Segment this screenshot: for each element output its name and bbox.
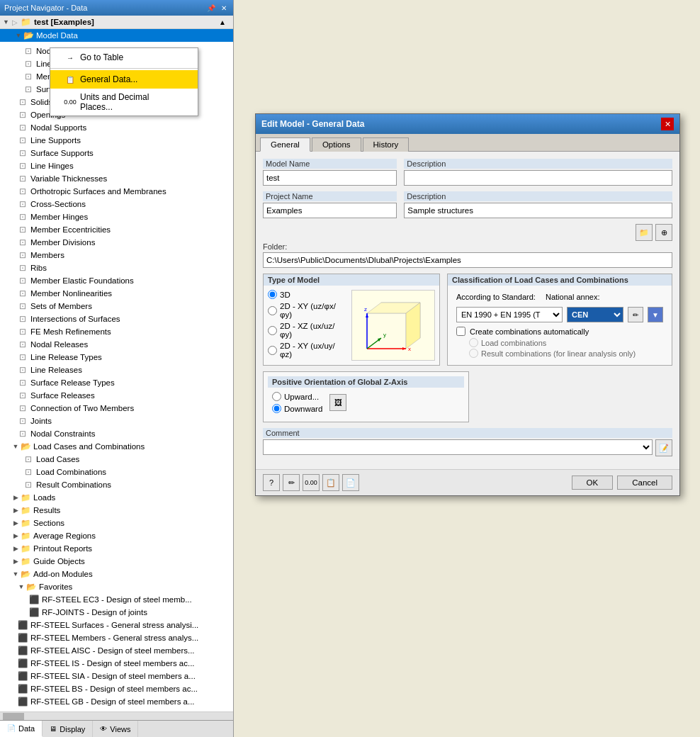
dialog-tab-options[interactable]: Options [312, 137, 361, 152]
tree-item-nodal-constraints[interactable]: ⊡ Nodal Constraints [0, 427, 233, 440]
tree-rf-steel-ec3[interactable]: ⬛ RF-STEEL EC3 - Design of steel memb... [0, 593, 233, 606]
tree-item-joints[interactable]: ⊡ Joints [0, 415, 233, 427]
scrollbar-thumb[interactable] [3, 713, 24, 720]
tree-item-line-supports[interactable]: ⊡ Line Supports [0, 134, 233, 147]
radio-upward-input[interactable] [272, 392, 281, 401]
tree-item-load-cases[interactable]: ⊡ Load Cases [0, 453, 233, 466]
radio-downward[interactable]: Downward [272, 404, 322, 413]
average-regions-toggle[interactable]: ▶ [11, 531, 20, 540]
tree-rf-steel-aisc[interactable]: ⬛ RF-STEEL AISC - Design of steel member… [0, 644, 233, 657]
radio-2d-xy2-input[interactable] [268, 346, 277, 355]
tree-load-cases-combinations[interactable]: ▼ 📂 Load Cases and Combinations [0, 440, 233, 453]
tree-item-nodal-releases[interactable]: ⊡ Nodal Releases [0, 338, 233, 351]
tree-sections[interactable]: ▶ 📁 Sections [0, 517, 233, 529]
pin-button[interactable]: 📌 [206, 3, 216, 13]
tree-rf-steel-surfaces[interactable]: ⬛ RF-STEEL Surfaces - General stress ana… [0, 619, 233, 631]
tree-loads[interactable]: ▶ 📁 Loads [0, 491, 233, 504]
radio-2d-xy1-input[interactable] [268, 306, 277, 315]
tree-average-regions[interactable]: ▶ 📁 Average Regions [0, 529, 233, 542]
tree-guide-objects[interactable]: ▶ 📁 Guide Objects [0, 555, 233, 568]
decimal-button[interactable]: 0.00 [303, 474, 320, 491]
standard-select[interactable]: EN 1990 + EN 1995 (T [456, 307, 563, 322]
model-data-toggle[interactable]: ▼ [14, 31, 23, 40]
root-label[interactable]: test [Examples] [34, 18, 94, 26]
tree-rf-steel-members[interactable]: ⬛ RF-STEEL Members - General stress anal… [0, 631, 233, 644]
paste-button[interactable]: 📄 [342, 474, 359, 491]
context-goto-table[interactable]: → Go to Table [50, 48, 198, 67]
tree-rf-steel-gb[interactable]: ⬛ RF-STEEL GB - Design of steel members … [0, 695, 233, 708]
folder-new-button[interactable]: ⊕ [655, 224, 672, 241]
radio-upward[interactable]: Upward... [272, 392, 322, 401]
annex-select[interactable]: CEN [567, 307, 623, 322]
tree-item-fe-mesh[interactable]: ⊡ FE Mesh Refinements [0, 325, 233, 338]
printout-reports-toggle[interactable]: ▶ [11, 544, 20, 553]
edit-button[interactable]: ✏ [283, 474, 300, 491]
tree-item-surface-releases[interactable]: ⊡ Surface Releases [0, 389, 233, 402]
tree-model-data[interactable]: ▼ 📂 Model Data [0, 29, 233, 42]
tree-favorites[interactable]: ▼ 📂 Favorites [0, 580, 233, 593]
tree-addon-modules[interactable]: ▼ 📂 Add-on Modules [0, 568, 233, 580]
horizontal-scrollbar[interactable] [0, 711, 233, 720]
radio-2d-xy1[interactable]: 2D - XY (uz/φx/φy) [268, 302, 346, 319]
results-toggle[interactable]: ▶ [11, 506, 20, 514]
favorites-toggle[interactable]: ▼ [17, 583, 26, 591]
sections-toggle[interactable]: ▶ [11, 519, 20, 527]
tree-item-member-nonlinearities[interactable]: ⊡ Member Nonlinearities [0, 287, 233, 300]
project-desc-input[interactable] [404, 203, 672, 218]
tree-item-line-releases[interactable]: ⊡ Line Releases [0, 364, 233, 376]
tree-printout-reports[interactable]: ▶ 📁 Printout Reports [0, 542, 233, 555]
root-toggle[interactable]: ▼ [3, 18, 9, 26]
result-combinations-radio[interactable] [469, 349, 478, 358]
tab-views[interactable]: 👁 Views [93, 721, 138, 737]
tree-item-orthotropic[interactable]: ⊡ Orthotropic Surfaces and Membranes [0, 185, 233, 198]
radio-2d-xy2[interactable]: 2D - XY (ux/uy/φz) [268, 342, 346, 359]
tree-item-cross-sections[interactable]: ⊡ Cross-Sections [0, 198, 233, 210]
tree-item-variable-thicknesses[interactable]: ⊡ Variable Thicknesses [0, 172, 233, 185]
tab-display[interactable]: 🖥 Display [43, 721, 93, 737]
context-units[interactable]: 0.00 Units and Decimal Places... [50, 89, 198, 116]
dialog-tab-history[interactable]: History [363, 137, 410, 152]
scroll-up-btn[interactable]: ▲ [219, 18, 226, 26]
tree-rf-steel-bs[interactable]: ⬛ RF-STEEL BS - Design of steel members … [0, 682, 233, 695]
folder-browse-button[interactable]: 📁 [636, 224, 653, 241]
radio-3d-input[interactable] [268, 290, 277, 299]
guide-objects-toggle[interactable]: ▶ [11, 557, 20, 566]
tree-rf-steel-is[interactable]: ⬛ RF-STEEL IS - Design of steel members … [0, 657, 233, 670]
tree-item-ribs[interactable]: ⊡ Ribs [0, 261, 233, 274]
radio-2d-xz[interactable]: 2D - XZ (ux/uz/φy) [268, 322, 346, 339]
comment-select[interactable] [263, 439, 653, 455]
ok-button[interactable]: OK [572, 476, 614, 490]
tree-item-intersections[interactable]: ⊡ Intersections of Surfaces [0, 313, 233, 325]
copy-button[interactable]: 📋 [322, 474, 339, 491]
context-general-data[interactable]: 📋 General Data... [50, 70, 198, 89]
radio-2d-xz-input[interactable] [268, 326, 277, 335]
tree-item-member-eccentricities[interactable]: ⊡ Member Eccentricities [0, 223, 233, 236]
tree-item-member-elastic[interactable]: ⊡ Member Elastic Foundations [0, 274, 233, 287]
tree-rf-joints[interactable]: ⬛ RF-JOINTS - Design of joints [0, 606, 233, 619]
comment-button[interactable]: 📝 [655, 439, 672, 456]
close-panel-button[interactable]: ✕ [219, 3, 229, 13]
standard-edit-button[interactable]: ✏ [628, 307, 643, 322]
orientation-info-button[interactable]: 🖼 [329, 394, 346, 411]
dialog-tab-general[interactable]: General [260, 137, 310, 152]
tree-item-line-release-types[interactable]: ⊡ Line Release Types [0, 351, 233, 364]
radio-3d[interactable]: 3D [268, 290, 346, 299]
addon-toggle[interactable]: ▼ [11, 570, 20, 578]
radio-downward-input[interactable] [272, 404, 281, 413]
tree-results[interactable]: ▶ 📁 Results [0, 504, 233, 517]
tree-item-surface-supports[interactable]: ⊡ Surface Supports [0, 147, 233, 159]
tree-rf-steel-sia[interactable]: ⬛ RF-STEEL SIA - Design of steel members… [0, 670, 233, 682]
tree-item-connection[interactable]: ⊡ Connection of Two Members [0, 402, 233, 415]
loads-toggle[interactable]: ▶ [11, 493, 20, 502]
tree-item-load-combinations[interactable]: ⊡ Load Combinations [0, 466, 233, 478]
tree-item-members[interactable]: ⊡ Members [0, 249, 233, 261]
project-name-input[interactable] [263, 203, 397, 218]
dialog-close-button[interactable]: ✕ [661, 118, 674, 130]
model-desc-input[interactable] [404, 170, 672, 186]
standard-filter-button[interactable]: ▼ [648, 307, 663, 322]
folder-input[interactable] [263, 252, 672, 268]
help-button[interactable]: ? [263, 474, 280, 491]
tree-item-nodal-supports[interactable]: ⊡ Nodal Supports [0, 121, 233, 134]
cancel-button[interactable]: Cancel [617, 476, 672, 490]
tree-item-line-hinges[interactable]: ⊡ Line Hinges [0, 159, 233, 172]
